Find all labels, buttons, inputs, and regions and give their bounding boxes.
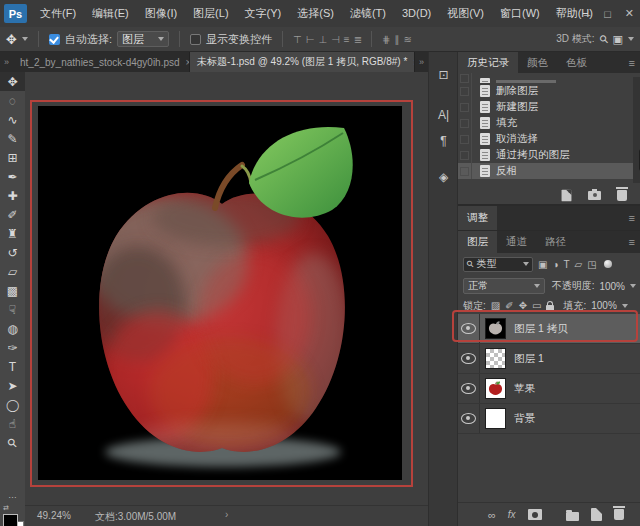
visibility-toggle[interactable] xyxy=(458,404,480,433)
blur-tool[interactable]: ◍ xyxy=(0,319,25,338)
panel-menu-icon[interactable]: ≡ xyxy=(629,236,635,248)
layer-thumbnail[interactable] xyxy=(485,348,506,369)
paragraph-panel-icon[interactable]: ¶ xyxy=(429,128,458,154)
history-item[interactable]: 删除图层 xyxy=(458,83,640,99)
workspace-switcher-icon[interactable]: ▣ xyxy=(613,33,623,46)
tab-scroll-left-icon[interactable]: » xyxy=(0,57,13,67)
tab-document-1[interactable]: ht_2_by_nathies_stock-d4gy0ih.psd × xyxy=(13,52,190,72)
distribute-vertical-icon[interactable]: ∥ xyxy=(394,34,398,45)
history-source-checkbox[interactable] xyxy=(458,115,472,131)
eyedropper-tool[interactable]: ✒ xyxy=(0,167,25,186)
new-document-from-state-icon[interactable] xyxy=(562,189,572,201)
blend-mode-dropdown[interactable]: 正常 xyxy=(463,278,545,294)
chevron-down-icon[interactable] xyxy=(628,37,634,41)
lock-position-icon[interactable]: ✥ xyxy=(519,300,527,311)
history-source-checkbox[interactable] xyxy=(458,163,472,179)
smudge-tool[interactable]: ☟ xyxy=(0,300,25,319)
opacity-value[interactable]: 100% xyxy=(599,281,625,292)
gradient-tool[interactable]: ▩ xyxy=(0,281,25,300)
status-chevron-icon[interactable]: › xyxy=(225,509,228,520)
auto-select-target-dropdown[interactable]: 图层 xyxy=(117,31,169,47)
align-bottom-icon[interactable]: ⊥ xyxy=(318,34,326,45)
filter-smart-objects-icon[interactable]: ◳ xyxy=(587,259,596,270)
history-source-checkbox[interactable] xyxy=(458,147,472,163)
delete-state-icon[interactable] xyxy=(617,190,627,201)
lock-pixels-icon[interactable]: ✐ xyxy=(505,300,513,311)
ellipse-shape-tool[interactable]: ◯ xyxy=(0,395,25,414)
fill-value[interactable]: 100% xyxy=(591,300,617,311)
panel-menu-icon[interactable]: ≡ xyxy=(629,212,635,224)
hand-tool[interactable]: ☝ xyxy=(0,414,25,433)
layer-style-icon[interactable]: fx xyxy=(508,509,516,520)
history-brush-tool[interactable]: ↺ xyxy=(0,243,25,262)
filter-adjustment-layers-icon[interactable]: ◑ xyxy=(552,259,558,270)
history-source-checkbox[interactable] xyxy=(458,83,472,99)
layer-row-apple[interactable]: 苹果 xyxy=(458,374,640,404)
document-canvas[interactable] xyxy=(38,106,402,480)
history-source-checkbox[interactable] xyxy=(458,73,472,83)
layer-row-1[interactable]: 图层 1 xyxy=(458,344,640,374)
move-tool[interactable]: ✥ xyxy=(0,72,25,91)
distribute-center-icon[interactable]: ≋ xyxy=(403,34,410,45)
layer-row-copy[interactable]: 图层 1 拷贝 xyxy=(458,314,640,344)
menu-filter[interactable]: 滤镜(T) xyxy=(342,0,394,27)
chevron-down-icon[interactable] xyxy=(630,284,636,288)
auto-select-checkbox[interactable] xyxy=(49,34,60,45)
menu-view[interactable]: 视图(V) xyxy=(439,0,492,27)
align-right-icon[interactable]: ⊣ xyxy=(331,34,339,45)
path-selection-tool[interactable]: ➤ xyxy=(0,376,25,395)
menu-edit[interactable]: 编辑(E) xyxy=(84,0,137,27)
layer-filter-dropdown[interactable]: ⚲ 类型 xyxy=(463,257,533,272)
history-source-checkbox[interactable] xyxy=(458,99,472,115)
lock-all-icon[interactable] xyxy=(546,305,554,311)
history-item[interactable]: 通过拷贝的图层 xyxy=(458,147,640,163)
maximize-button[interactable]: □ xyxy=(604,8,611,20)
history-item-selected[interactable]: 反相 xyxy=(458,163,640,179)
quick-selection-tool[interactable]: ✎ xyxy=(0,129,25,148)
align-top-icon[interactable]: ⊤ xyxy=(293,34,301,45)
tab-paths[interactable]: 路径 xyxy=(536,231,575,253)
crop-tool[interactable]: ⊞ xyxy=(0,148,25,167)
history-item[interactable]: 取消选择 xyxy=(458,131,640,147)
eraser-tool[interactable]: ▱ xyxy=(0,262,25,281)
align-middle-icon[interactable]: ≣ xyxy=(354,34,361,45)
tab-color[interactable]: 颜色 xyxy=(518,52,557,73)
zoom-tool[interactable]: ⚲ xyxy=(0,433,25,452)
clone-stamp-tool[interactable]: ♜ xyxy=(0,224,25,243)
move-tool-icon[interactable]: ✥ xyxy=(6,32,17,47)
canvas-workspace[interactable] xyxy=(25,72,428,505)
history-item[interactable]: 填充 xyxy=(458,115,640,131)
history-item-clipped[interactable] xyxy=(458,73,640,83)
visibility-toggle[interactable] xyxy=(458,374,480,403)
menu-select[interactable]: 选择(S) xyxy=(289,0,342,27)
tab-channels[interactable]: 通道 xyxy=(497,231,536,253)
properties-panel-icon[interactable]: ⊡ xyxy=(429,62,458,88)
menu-layer[interactable]: 图层(L) xyxy=(185,0,236,27)
tab-swatches[interactable]: 色板 xyxy=(557,52,596,73)
link-layers-icon[interactable]: ∞ xyxy=(488,509,496,521)
tab-history[interactable]: 历史记录 xyxy=(458,52,518,73)
new-group-icon[interactable] xyxy=(566,512,579,521)
layer-thumbnail[interactable] xyxy=(485,318,506,339)
layer-row-background[interactable]: 背景 xyxy=(458,404,640,434)
lasso-tool[interactable]: ∿ xyxy=(0,110,25,129)
history-item[interactable]: 新建图层 xyxy=(458,99,640,115)
layer-thumbnail[interactable] xyxy=(485,408,506,429)
3d-panel-icon[interactable]: ◈ xyxy=(429,164,458,190)
spot-healing-tool[interactable]: ✚ xyxy=(0,186,25,205)
menu-image[interactable]: 图像(I) xyxy=(137,0,185,27)
tab-layers[interactable]: 图层 xyxy=(458,231,497,253)
marquee-tool[interactable]: ◌ xyxy=(0,91,25,110)
lock-artboard-icon[interactable]: ▭ xyxy=(532,300,541,311)
align-left-icon[interactable]: ⊢ xyxy=(306,34,314,45)
menu-file[interactable]: 文件(F) xyxy=(32,0,84,27)
brush-tool[interactable]: ✐ xyxy=(0,205,25,224)
filter-pixel-layers-icon[interactable]: ▣ xyxy=(538,259,547,270)
swap-colors-icon[interactable]: ⇄ xyxy=(3,504,9,512)
close-button[interactable]: ✕ xyxy=(625,7,634,20)
delete-layer-icon[interactable] xyxy=(614,509,624,520)
panel-menu-icon[interactable]: ≡ xyxy=(629,57,635,69)
tab-document-2-active[interactable]: 未标题-1.psd @ 49.2% (图层 1 拷贝, RGB/8#) * × xyxy=(190,52,415,72)
foreground-color-swatch[interactable] xyxy=(3,514,18,526)
tab-adjustments[interactable]: 调整 xyxy=(458,206,497,230)
